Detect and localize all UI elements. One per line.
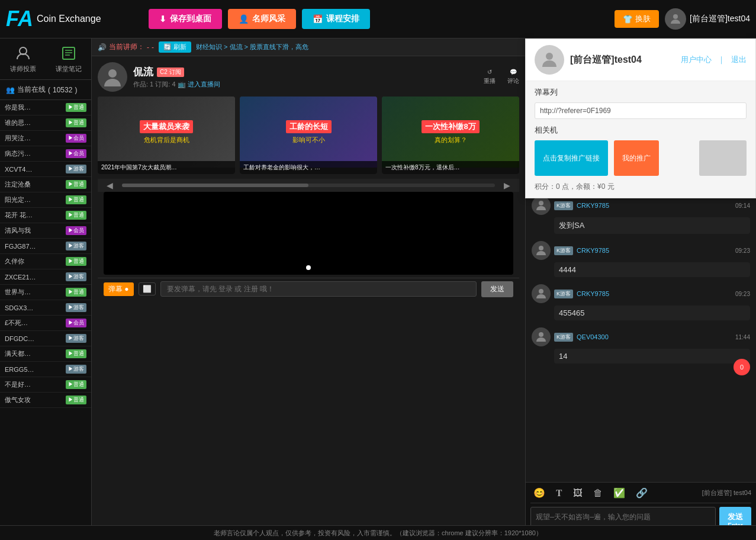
logo: FA Coin Exchange xyxy=(6,7,149,31)
user-list-item[interactable]: 你是我… ▶普通 xyxy=(0,100,91,115)
delete-tool-button[interactable]: 🗑 xyxy=(590,487,606,500)
copy-promo-link-button[interactable]: 点击复制推广链接 xyxy=(535,140,608,176)
user-badge: ▶游客 xyxy=(66,365,86,374)
user-name: ZXCE21… xyxy=(5,274,66,281)
emoji-tool-button[interactable]: 😊 xyxy=(530,486,548,500)
chat-message: K游客 CRKY9785 09:23 455465 xyxy=(532,284,750,320)
check-tool-button[interactable]: ✅ xyxy=(610,486,628,500)
video-thumbnail[interactable]: 一次性补缴8万 真的划算？ 一次性补缴8万元，退休后… xyxy=(382,97,519,174)
user-badge: ▶普通 xyxy=(66,211,86,220)
video-title: 2021年中国第7次大裁员潮… xyxy=(98,161,235,174)
skin-button[interactable]: 👕 换肤 xyxy=(615,10,659,28)
chat-username: CRKY9785 xyxy=(577,247,609,254)
user-list-item[interactable]: 阳光定… ▶普通 xyxy=(0,192,91,208)
popup-url-input[interactable] xyxy=(535,102,747,119)
chat-avatar xyxy=(532,284,551,303)
replay-button[interactable]: ↺ 重播 xyxy=(484,69,496,85)
comment-button[interactable]: 💬 评论 xyxy=(507,69,519,85)
user-badge: ▶普通 xyxy=(66,257,86,266)
video-title: 一次性补缴8万元，退休后… xyxy=(382,161,519,174)
video-thumbnail[interactable]: 大量裁员来袭 危机背后是商机 2021年中国第7次大裁员潮… xyxy=(98,97,235,174)
user-list-item[interactable]: 世界与… ▶普通 xyxy=(0,285,91,300)
speaker-icon: 🔊 xyxy=(98,43,107,52)
notification-badge: 0 xyxy=(734,359,750,375)
user-list-item[interactable]: ERGG5… ▶游客 xyxy=(0,362,91,377)
image-tool-button[interactable]: 🖼 xyxy=(570,487,586,500)
user-badge: ▶普通 xyxy=(66,396,86,404)
video-controls: ↺ 重播 💬 评论 xyxy=(484,69,519,85)
scroll-bar[interactable] xyxy=(116,182,501,189)
user-list-item[interactable]: XCVT4… ▶游客 xyxy=(0,162,91,177)
teacher-vote-button[interactable]: 讲师投票 xyxy=(0,38,46,79)
user-list-item[interactable]: £不死… ▶会员 xyxy=(0,316,91,331)
user-name: 世界与… xyxy=(5,288,66,297)
user-list-item[interactable]: FGJG87… ▶游客 xyxy=(0,239,91,254)
person-icon: 👤 xyxy=(239,14,249,24)
class-notes-button[interactable]: 课堂笔记 xyxy=(46,38,91,79)
user-badge: ▶普通 xyxy=(66,288,86,297)
user-list-item[interactable]: 久伴你 ▶普通 xyxy=(0,254,91,269)
chat-msg-header: K游客 CRKY9785 09:14 xyxy=(532,196,750,215)
user-list-item[interactable]: 病态污… ▶会员 xyxy=(0,146,91,162)
online-count: 👥 当前在线 ( 10532 ) xyxy=(0,80,91,100)
teacher-style-button[interactable]: 👤 名师风采 xyxy=(228,9,296,29)
thumb-label: 工龄的长短 xyxy=(286,120,332,133)
course-schedule-button[interactable]: 📅 课程安排 xyxy=(302,9,370,29)
popup-danmu-section: 弹幕列 xyxy=(526,81,755,125)
link-tool-button[interactable]: 🔗 xyxy=(633,486,651,500)
user-badge: ▶普通 xyxy=(66,380,86,389)
chat-text: 455465 xyxy=(554,306,750,320)
calendar-icon: 📅 xyxy=(313,14,323,24)
refresh-button[interactable]: 🔄 刷新 xyxy=(159,41,191,53)
save-to-desktop-button[interactable]: ⬇ 保存到桌面 xyxy=(149,9,222,29)
danmu-send-button[interactable]: 发送 xyxy=(481,281,513,297)
user-list-item[interactable]: 花开 花… ▶普通 xyxy=(0,208,91,223)
user-list-item[interactable]: ZXCE21… ▶游客 xyxy=(0,269,91,285)
breadcrumb-bar: 🔊 当前讲师： - - 🔄 刷新 财经知识 > 侃流 > 股票直线下滑，高危 xyxy=(92,38,525,56)
thumb-sublabel: 真的划算？ xyxy=(435,136,467,144)
scroll-track xyxy=(122,184,495,187)
user-list-item[interactable]: 清风与我 ▶会员 xyxy=(0,223,91,239)
user-badge: ▶游客 xyxy=(66,334,86,343)
vote-icon xyxy=(14,44,32,62)
chat-avatar xyxy=(532,196,551,215)
video-thumbnail[interactable]: 工龄的长短 影响可不小 工龄对养老金的影响很大，… xyxy=(240,97,377,174)
chat-tool-row: 😊 𝐓 🖼 🗑 ✅ 🔗 [前台巡管] test04 xyxy=(530,486,751,503)
font-tool-button[interactable]: 𝐓 xyxy=(553,487,565,500)
user-list-item[interactable]: 不是好… ▶普通 xyxy=(0,377,91,393)
refresh-icon: 🔄 xyxy=(163,43,172,51)
chat-msg-header: K游客 CRKY9785 09:23 xyxy=(532,284,750,303)
user-list-item[interactable]: 注定沧桑 ▶普通 xyxy=(0,177,91,192)
content-inner: 侃流 C2 订阅 作品: 1 订阅: 4 📺 进入直播间 ↺ xyxy=(92,56,525,540)
user-badge: ▶游客 xyxy=(66,303,86,312)
chat-time: 09:23 xyxy=(735,291,750,297)
user-name: XCVT4… xyxy=(5,166,66,173)
user-list-item[interactable]: 谁的思… ▶普通 xyxy=(0,115,91,131)
enter-live-button[interactable]: 进入直播间 xyxy=(188,81,220,88)
my-promo-button[interactable]: 我的推广 xyxy=(614,140,659,176)
user-list-item[interactable]: DFGDC… ▶游客 xyxy=(0,331,91,346)
danmu-toggle-button[interactable]: 弹幕 ● xyxy=(104,282,134,296)
user-center-link[interactable]: 用户中心 xyxy=(681,54,712,65)
user-name: 花开 花… xyxy=(5,211,66,220)
scroll-right-arrow[interactable]: ▶ xyxy=(501,181,513,190)
user-name: 病态污… xyxy=(5,149,66,158)
scroll-nav: ◀ ▶ xyxy=(98,179,519,192)
scroll-left-arrow[interactable]: ◀ xyxy=(104,181,116,190)
user-badge: ▶普通 xyxy=(66,349,86,358)
user-name: SDGX3… xyxy=(5,304,66,311)
chat-text: 4444 xyxy=(554,262,750,277)
user-badge: ▶普通 xyxy=(66,195,86,204)
user-list-item[interactable]: 满天都… ▶普通 xyxy=(0,346,91,362)
danmu-emoji-button[interactable]: ⬜ xyxy=(139,282,156,295)
user-list-item[interactable]: SDGX3… ▶游客 xyxy=(0,300,91,316)
chat-time: 11:44 xyxy=(735,334,750,340)
video-main-player[interactable] xyxy=(104,192,513,275)
header: FA Coin Exchange ⬇ 保存到桌面 👤 名师风采 📅 课程安排 👕… xyxy=(0,0,756,38)
user-list-item[interactable]: 傲气女攻 ▶普通 xyxy=(0,393,91,408)
chat-user-badge: K游客 xyxy=(554,246,573,255)
user-list-item[interactable]: 用哭泣… ▶会员 xyxy=(0,131,91,146)
danmu-input[interactable] xyxy=(160,281,477,297)
user-name: 注定沧桑 xyxy=(5,180,66,189)
logout-link[interactable]: 退出 xyxy=(731,54,747,65)
